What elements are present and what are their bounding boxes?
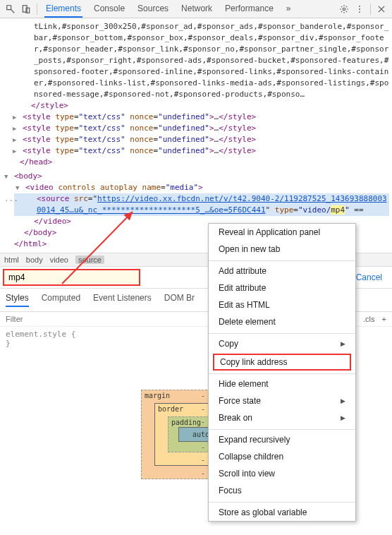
ctx-force[interactable]: Force state▶ — [209, 392, 355, 409]
ctx-focus[interactable]: Focus — [209, 482, 355, 499]
ctx-store[interactable]: Store as global variable — [209, 502, 355, 521]
chevron-down-icon[interactable] — [4, 171, 8, 182]
tab-computed[interactable]: Computed — [42, 293, 80, 307]
source-node[interactable]: <source src="https://video.xx.fbcdn.net/… — [14, 193, 389, 216]
tab-performance[interactable]: Performance — [223, 1, 275, 18]
dom-tree[interactable]: tLink,#sponsor_300x250,#sponsor_ad,#spon… — [0, 18, 392, 253]
crumb-source[interactable]: source — [75, 256, 104, 264]
crumb-video[interactable]: video — [50, 256, 68, 264]
chevron-right-icon[interactable] — [13, 145, 16, 157]
bm-margin-label: margin — [145, 392, 170, 399]
gear-icon[interactable] — [336, 1, 352, 17]
tab-elements[interactable]: Elements — [44, 1, 82, 18]
svg-point-3 — [359, 5, 360, 6]
search-match: mp4 — [331, 205, 345, 215]
toolbar-sep — [370, 4, 371, 15]
svg-point-4 — [359, 8, 360, 10]
devtools-toolbar: Elements Console Sources Network Perform… — [0, 0, 392, 18]
chevron-right-icon: ▶ — [341, 414, 345, 421]
svg-point-2 — [343, 8, 345, 11]
ctx-copy[interactable]: Copy▶ — [209, 333, 355, 352]
search-input[interactable] — [3, 269, 140, 286]
style-nodes: <style type="text/css" nonce="undefined"… — [14, 112, 389, 157]
new-rule-icon[interactable]: + — [382, 315, 386, 323]
tab-console[interactable]: Console — [92, 1, 126, 18]
kebab-icon[interactable] — [352, 1, 367, 17]
ctx-add-attr[interactable]: Add attribute — [209, 260, 355, 279]
tab-dombr[interactable]: DOM Br — [164, 293, 195, 307]
toolbar-sep — [37, 4, 37, 15]
tab-styles[interactable]: Styles — [6, 293, 29, 307]
ctx-copy-link[interactable]: Copy link address — [213, 354, 351, 371]
style-close: </style> — [14, 100, 389, 112]
crumb-html[interactable]: html — [4, 256, 19, 264]
chevron-right-icon: ▶ — [341, 340, 345, 347]
ctx-open-tab[interactable]: Open in new tab — [209, 241, 355, 258]
ctx-hide[interactable]: Hide element — [209, 373, 355, 392]
head-close: </head> — [14, 157, 389, 168]
bm-padding-label: padding — [171, 419, 201, 426]
video-close: </video> — [34, 217, 71, 226]
ctx-edit-attr[interactable]: Edit attribute — [209, 279, 355, 296]
ctx-reveal[interactable]: Reveal in Application panel — [209, 224, 355, 241]
svg-point-5 — [359, 11, 360, 13]
close-icon[interactable] — [374, 1, 389, 17]
chevron-down-icon[interactable] — [16, 182, 19, 193]
ctx-scroll[interactable]: Scroll into view — [209, 465, 355, 482]
context-menu: Reveal in Application panel Open in new … — [208, 223, 356, 522]
crumb-body[interactable]: body — [26, 256, 43, 264]
device-icon[interactable] — [18, 1, 34, 17]
chevron-right-icon[interactable] — [13, 112, 16, 123]
tab-sources[interactable]: Sources — [136, 1, 170, 18]
ctx-collapse[interactable]: Collapse children — [209, 448, 355, 465]
ctx-expand[interactable]: Expand recursively — [209, 429, 355, 448]
chevron-right-icon[interactable] — [13, 123, 16, 134]
tab-network[interactable]: Network — [180, 1, 214, 18]
chevron-right-icon[interactable] — [13, 134, 16, 145]
tab-listeners[interactable]: Event Listeners — [93, 293, 152, 307]
search-cancel[interactable]: Cancel — [356, 272, 382, 282]
html-close: </html> — [14, 239, 47, 248]
cls-toggle[interactable]: .cls — [363, 315, 375, 323]
inspect-icon[interactable] — [3, 1, 18, 17]
panel-tabs: Elements Console Sources Network Perform… — [44, 1, 336, 18]
bm-border-label: border — [158, 405, 183, 413]
chevron-right-icon: ▶ — [341, 397, 345, 404]
ctx-break[interactable]: Break on▶ — [209, 409, 355, 426]
ctx-edit-html[interactable]: Edit as HTML — [209, 296, 355, 313]
body-close: </body> — [24, 228, 56, 237]
css-text: tLink,#sponsor_300x250,#sponsor_ad,#spon… — [14, 21, 389, 100]
tabs-more[interactable]: » — [285, 1, 293, 18]
ctx-delete[interactable]: Delete element — [209, 313, 355, 330]
